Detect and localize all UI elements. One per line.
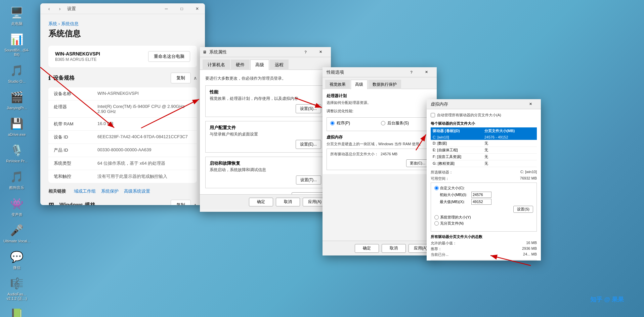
icon-desktop[interactable]: 🖥️ 此电脑 xyxy=(2,3,32,27)
set-button[interactable]: 设置(S) xyxy=(513,206,533,213)
back-button[interactable]: ‹ xyxy=(44,4,54,13)
virt-mem-total-label: 所有驱动器总分页文件大小： xyxy=(330,152,378,156)
icon-audiofaster[interactable]: 🎼 AudioFas... v2.1.2 (正...) xyxy=(2,274,32,302)
sysprops-close-button[interactable]: ✕ xyxy=(313,47,328,57)
virtmem-close-button[interactable]: ✕ xyxy=(523,99,538,109)
icon-wechat[interactable]: 💬 微信 xyxy=(2,247,32,271)
background-radio[interactable] xyxy=(381,121,385,125)
performance-settings-button[interactable]: 设置(S)... xyxy=(296,104,321,113)
breadcrumb-separator: › xyxy=(58,21,61,26)
breadcrumb: 系统 › 系统信息 xyxy=(48,21,197,27)
currently-label: 当前已分... xyxy=(431,252,448,257)
icon-jianying[interactable]: 🎬 JianyingPr... xyxy=(2,88,32,112)
sys-managed-radio[interactable] xyxy=(434,215,439,220)
rename-computer-button[interactable]: 重命名这台电脑 xyxy=(148,51,190,62)
auto-manage-row: 自动管理所有驱动器的分页文件大小(A) xyxy=(431,113,537,118)
computer-model: B365 M AORUS ELITE xyxy=(55,57,100,62)
sysprops-footer: 确定 取消 应用(A) xyxy=(200,194,331,209)
sysprops-help-button[interactable]: ? xyxy=(298,47,313,57)
available-space-row: 可用空间： 76932 MB xyxy=(431,176,537,181)
drive-row-d[interactable]: D: [数据] 无 xyxy=(431,140,537,147)
icon-bianjishu[interactable]: 👾 变声兽 xyxy=(2,194,32,218)
computer-name: WIN-ASRNEKGVSPI xyxy=(55,51,100,56)
drive-row-c[interactable]: C: [win10] 24576 - 49152 xyxy=(431,134,537,140)
domain-workgroup-link[interactable]: 域或工作组 xyxy=(74,188,96,194)
user-profiles-desc: 与登录账户相关的桌面设置 xyxy=(210,131,321,137)
system-type-row: 系统类型 64 位操作系统，基于 x64 的处理器 xyxy=(48,157,197,170)
drive-c-size: 24576 - 49152 xyxy=(482,134,537,140)
collapse-windows-button[interactable]: ∧ xyxy=(194,202,197,205)
max-size-input[interactable] xyxy=(471,199,491,205)
system-protection-link[interactable]: 系统保护 xyxy=(101,188,119,194)
recommended-value: 2936 MB xyxy=(522,246,537,251)
windows-specs-section: ⊞ Windows 规格 复制 ∧ 版本 Windows 11 专业版 版本 xyxy=(48,200,197,205)
no-paging-radio[interactable] xyxy=(434,221,439,226)
drive-row-e[interactable]: E: [自媒体工程] 无 xyxy=(431,147,537,154)
custom-size-radio[interactable] xyxy=(434,186,439,190)
programs-radio[interactable] xyxy=(330,121,335,125)
drive-row-g[interactable]: G: [教程资源] 无 xyxy=(431,160,537,167)
collapse-specs-button[interactable]: ∧ xyxy=(194,75,197,81)
perfopts-title: 性能选项 xyxy=(325,69,404,75)
tab-dep[interactable]: 数据执行保护 xyxy=(368,80,401,89)
custom-size-row: 自定义大小(C): xyxy=(434,186,533,191)
icon-revoice[interactable]: 🎙️ ReVoice Pr... xyxy=(2,141,32,165)
performance-desc: 视觉效果，处理器计划，内存使用，以及虚拟内存 xyxy=(210,96,321,102)
settings-titlebar: ‹ › 设置 ─ □ ✕ xyxy=(40,3,205,14)
currently-row: 当前已分... 24... MB xyxy=(431,252,537,257)
selected-drive-label: 所选驱动器： xyxy=(431,170,453,175)
desktop-icon-img: 🖥️ xyxy=(9,5,25,21)
copy-specs-button[interactable]: 复制 xyxy=(171,73,191,83)
performance-section: 性能 视觉效果，处理器计划，内存使用，以及虚拟内存 设置(S)... xyxy=(205,85,326,117)
product-id-row: 产品 ID 00330-80000-00000-AA639 xyxy=(48,144,197,157)
drive-row-f[interactable]: F: [混音工具资源] 无 xyxy=(431,154,537,160)
sysprops-cancel-button[interactable]: 取消 xyxy=(276,198,300,206)
auto-manage-checkbox[interactable] xyxy=(431,113,435,117)
tab-visual-effects[interactable]: 视觉效果 xyxy=(325,80,350,89)
tab-hardware[interactable]: 硬件 xyxy=(231,60,250,70)
recommended-label: 推荐： xyxy=(431,246,442,251)
minimize-button[interactable]: ─ xyxy=(159,3,174,14)
optimize-label: 调整以优化性能: xyxy=(327,109,433,114)
tab-advanced-perf[interactable]: 高级 xyxy=(351,80,368,89)
perfopts-ok-button[interactable]: 确定 xyxy=(355,244,379,253)
custom-size-label: 自定义大小(C): xyxy=(440,186,465,191)
watermark-separator: @ xyxy=(604,296,612,303)
max-size-row: 最大值(MB)(X): xyxy=(434,199,533,205)
advanced-settings-link[interactable]: 高级系统设置 xyxy=(124,188,150,194)
sysprops-tabs: 计算机名 硬件 高级 远程 xyxy=(200,57,331,70)
change-virt-mem-button[interactable]: 更改(C)... xyxy=(406,159,429,167)
perfopts-cancel-button[interactable]: 取消 xyxy=(382,244,406,253)
perfopts-help-button[interactable]: ? xyxy=(404,67,419,77)
tab-computer-name[interactable]: 计算机名 xyxy=(203,60,230,70)
jianying-label: JianyingPr... xyxy=(7,106,27,110)
initial-size-label: 初始大小(MB)(I): xyxy=(440,192,470,197)
copy-windows-button[interactable]: 复制 xyxy=(171,200,191,205)
close-button[interactable]: ✕ xyxy=(189,3,205,14)
related-links: 相关链接 域或工作组 系统保护 高级系统设置 xyxy=(48,188,197,194)
icon-excel[interactable]: 📗 Microsoft Excel 2003 xyxy=(2,305,32,317)
tab-advanced[interactable]: 高级 xyxy=(250,60,269,70)
icon-adrive[interactable]: 💾 aDrive.exe xyxy=(2,114,32,138)
forward-button[interactable]: › xyxy=(55,4,65,13)
icon-kugou[interactable]: 🎵 酷狗音乐 xyxy=(2,167,32,191)
icon-ultimate[interactable]: 🎤 Ultimate Vocal... xyxy=(2,221,32,245)
sys-managed-row: 系统管理的大小(Y) xyxy=(434,215,533,220)
maximize-button[interactable]: □ xyxy=(174,3,189,14)
breadcrumb-parent[interactable]: 系统 xyxy=(48,21,57,26)
sysprops-ok-button[interactable]: 确定 xyxy=(249,198,273,206)
user-profiles-settings-button[interactable]: 设置(E)... xyxy=(296,140,321,149)
drive-c-label: C: [win10] xyxy=(431,134,482,140)
device-specs-grid: 设备名称 WIN-ASRNEKGVSPI 处理器 Intel(R) Core(T… xyxy=(48,87,197,183)
perfopts-controls: ? ✕ xyxy=(404,67,434,77)
initial-size-input[interactable] xyxy=(471,192,491,198)
tab-remote[interactable]: 远程 xyxy=(270,60,289,70)
icon-soundbrite[interactable]: 📊 SoundBri...(64-Bit) xyxy=(2,30,32,58)
startup-settings-button[interactable]: 设置(T)... xyxy=(296,175,321,185)
all-drives-total-title: 所有驱动器分页文件大小的总数 xyxy=(431,234,537,239)
perfopts-close-button[interactable]: ✕ xyxy=(419,67,434,77)
icon-studio[interactable]: 🎵 Studio O... xyxy=(2,61,32,85)
perfopts-tabs: 视觉效果 高级 数据执行保护 xyxy=(323,77,437,89)
sysprops-title: 系统属性 xyxy=(208,49,298,55)
computer-name-info: WIN-ASRNEKGVSPI B365 M AORUS ELITE xyxy=(55,51,100,62)
